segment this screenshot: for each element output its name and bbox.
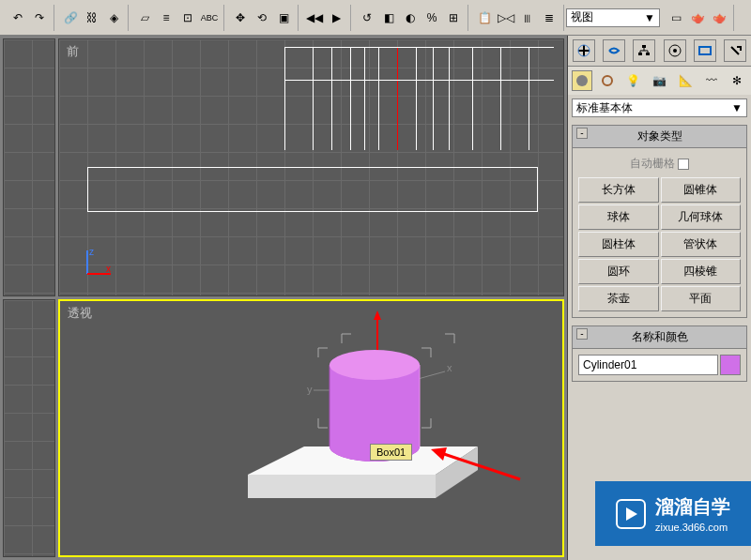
object-color-swatch[interactable] [720,355,741,375]
crossing-icon[interactable]: ⊡ [177,8,198,28]
mirror-icon[interactable]: ▷◁ [496,8,516,28]
cone-button[interactable]: 圆锥体 [661,177,742,203]
create-subtabs: 💡 📷 📐 〰 ✻ [568,67,751,95]
viewport-perspective-label: 透视 [68,305,92,322]
move-icon[interactable]: ✥ [230,8,251,28]
svg-marker-9 [248,475,436,498]
svg-rect-20 [638,53,642,55]
spacewarps-subtab-icon[interactable]: 〰 [701,70,722,91]
axis-indicator: z x [78,246,115,286]
object-type-header[interactable]: - 对象类型 [573,126,746,148]
watermark-url: zixue.3d66.com [655,522,730,533]
unlink-icon[interactable]: ⛓ [82,8,102,28]
plane-button[interactable]: 平面 [661,286,742,311]
scale-icon[interactable]: ▣ [273,8,294,28]
cameras-subtab-icon[interactable]: 📷 [649,70,669,91]
play-icon[interactable]: ▶ [326,8,346,28]
abc-icon[interactable]: ABC [199,8,220,28]
viewport-perspective[interactable]: 透视 y x [58,299,564,557]
viewport-top-left[interactable] [3,38,55,296]
angle-icon[interactable]: ◐ [400,8,421,28]
render-icon[interactable]: 🫖 [687,8,708,28]
named-icon[interactable]: 📋 [474,8,495,28]
name-color-rollout: - 名称和颜色 Cylinder01 [572,325,747,382]
hierarchy-tab-icon[interactable] [633,39,655,62]
redo-icon[interactable]: ↷ [29,8,50,28]
svg-point-13 [330,350,420,380]
svg-rect-21 [646,53,650,55]
axis-y-label: y [307,384,313,395]
watermark-play-icon [616,499,646,529]
layers-icon[interactable]: ≣ [539,8,559,28]
teapot-button[interactable]: 茶壶 [578,286,659,311]
category-dropdown-label: 标准基本体 [576,100,633,116]
main-toolbar: ↶ ↷ 🔗 ⛓ ◈ ▱ ≡ ⊡ ABC ✥ ⟲ ▣ ◀◀ ▶ ↺ ◧ ◐ % ⊞… [0,0,751,36]
panel-tabs [568,36,751,67]
viewports-container: 前 z x [0,36,567,560]
watermark-text: 溜溜自学 [655,494,730,520]
autogrid-label: 自动栅格 [630,157,675,170]
grid-icon[interactable]: ⊞ [443,8,464,28]
svg-point-29 [576,75,588,86]
view-dropdown-label: 视图 [571,9,593,25]
select-icon[interactable]: ▱ [134,8,155,28]
category-dropdown[interactable]: 标准基本体 ▼ [572,98,747,117]
viewport-front-label: 前 [67,43,79,60]
svg-marker-31 [626,507,637,521]
percent-icon[interactable]: % [421,8,442,28]
svg-text:x: x [106,264,111,274]
motion-tab-icon[interactable] [664,39,686,62]
utilities-tab-icon[interactable] [724,39,746,62]
object-name-input[interactable]: Cylinder01 [578,355,718,375]
object-type-rollout: - 对象类型 自动栅格 长方体 圆锥体 球体 几何球体 圆柱体 管状体 圆环 四… [572,125,747,318]
torus-button[interactable]: 圆环 [578,259,659,284]
play-back-icon[interactable]: ◀◀ [304,8,325,28]
svg-text:z: z [89,247,94,257]
axis-x-label: x [447,362,452,373]
create-tab-icon[interactable] [573,39,595,62]
modify-tab-icon[interactable] [603,39,625,62]
viewport-front[interactable]: 前 z x [58,38,564,296]
loop-icon[interactable]: ↺ [357,8,377,28]
shapes-subtab-icon[interactable] [597,70,618,91]
pyramid-button[interactable]: 四棱锥 [661,259,742,284]
autogrid-row: 自动栅格 [576,152,743,175]
geosphere-button[interactable]: 几何球体 [661,204,742,230]
watermark: 溜溜自学 zixue.3d66.com [595,481,751,546]
rotate-icon[interactable]: ⟲ [252,8,272,28]
link-icon[interactable]: 🔗 [60,8,81,28]
cylinder-button[interactable]: 圆柱体 [578,232,659,257]
systems-subtab-icon[interactable]: ✻ [727,70,747,91]
svg-rect-28 [699,47,711,54]
window-icon[interactable]: ▭ [666,8,686,28]
svg-point-27 [673,49,677,53]
autogrid-checkbox[interactable] [678,159,689,170]
helpers-subtab-icon[interactable]: 📐 [675,70,696,91]
view-dropdown[interactable]: 视图 ▼ [566,8,660,27]
svg-rect-19 [642,45,646,48]
name-color-header[interactable]: - 名称和颜色 [573,326,746,349]
undo-icon[interactable]: ↶ [8,8,28,28]
viewport-bottom-left[interactable] [3,299,55,557]
snap-icon[interactable]: ◧ [378,8,399,28]
svg-marker-5 [374,310,381,320]
lights-subtab-icon[interactable]: 💡 [623,70,644,91]
box-button[interactable]: 长方体 [578,177,659,203]
display-tab-icon[interactable] [694,39,716,62]
tube-button[interactable]: 管状体 [661,232,742,257]
geometry-subtab-icon[interactable] [572,70,592,91]
svg-point-30 [603,76,612,85]
bind-icon[interactable]: ◈ [103,8,124,28]
align-icon[interactable]: ⫼ [517,8,538,28]
object-tooltip: Box01 [370,444,412,461]
teapot-icon[interactable]: 🫖 [709,8,729,28]
select-name-icon[interactable]: ≡ [156,8,176,28]
sphere-button[interactable]: 球体 [578,204,659,230]
